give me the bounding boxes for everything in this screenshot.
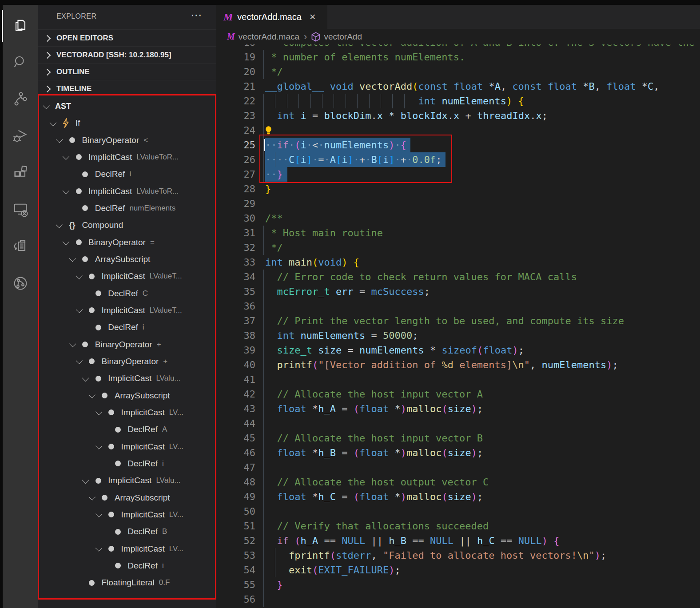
chevron-down-icon[interactable] bbox=[56, 221, 63, 228]
close-icon[interactable]: × bbox=[310, 11, 316, 23]
code-line-48[interactable]: 48 // Allocate the host output vector C bbox=[216, 475, 700, 489]
code-line-18[interactable]: 18 * computes the vector addition of A a… bbox=[216, 44, 700, 50]
chevron-down-icon[interactable] bbox=[95, 409, 102, 416]
code-line-28[interactable]: 28} bbox=[216, 182, 700, 196]
code-text: */ bbox=[265, 240, 283, 255]
code-line-40[interactable]: 40 printf("[Vector addition of %d elemen… bbox=[216, 358, 700, 372]
code-line-45[interactable]: 45 // Allocate the host input vector B bbox=[216, 431, 700, 445]
run-debug-icon[interactable] bbox=[3, 118, 38, 154]
code-line-44[interactable]: 44 bbox=[216, 416, 700, 431]
tab-label: vectorAdd.maca bbox=[237, 12, 302, 22]
sidebar-section-timeline[interactable]: TIMELINE bbox=[38, 80, 216, 97]
search-icon[interactable] bbox=[3, 44, 38, 80]
chevron-down-icon[interactable] bbox=[89, 391, 96, 398]
code-line-38[interactable]: 38 int numElements = 50000; bbox=[216, 328, 700, 343]
code-line-20[interactable]: 20 */ bbox=[216, 64, 700, 79]
code-line-39[interactable]: 39 size_t size = numElements * sizeof(fl… bbox=[216, 343, 700, 358]
chevron-down-icon[interactable] bbox=[82, 374, 89, 381]
code-line-56[interactable]: 56 bbox=[216, 592, 700, 607]
code-line-27[interactable]: 27··} bbox=[216, 167, 700, 182]
code-line-36[interactable]: 36 bbox=[216, 299, 700, 314]
chevron-down-icon[interactable] bbox=[69, 340, 76, 347]
chevron-down-icon[interactable] bbox=[56, 136, 63, 143]
line-number: 33 bbox=[216, 255, 255, 270]
ast-node-detail: i bbox=[162, 561, 164, 570]
ast-node-compound[interactable]: {}Compound bbox=[38, 217, 235, 234]
remote-explorer-icon[interactable] bbox=[3, 192, 38, 227]
code-line-26[interactable]: 26····C[i]·=·A[i]·+·B[i]·+·0.0f; bbox=[216, 152, 700, 167]
code-line-43[interactable]: 43 float *h_A = (float *)malloc(size); bbox=[216, 401, 700, 416]
doc-sync-icon[interactable] bbox=[3, 229, 38, 264]
source-control-icon[interactable] bbox=[3, 81, 38, 117]
ast-node-label: ImplicitCast bbox=[102, 271, 145, 281]
code-text: float *h_A = (float *)malloc(size); bbox=[265, 401, 483, 416]
chevron-down-icon[interactable] bbox=[95, 544, 102, 552]
tab-vectoradd-maca[interactable]: M vectorAdd.maca × bbox=[216, 5, 327, 29]
line-number: 39 bbox=[216, 343, 255, 358]
ast-node-dot-icon bbox=[75, 188, 83, 194]
code-line-50[interactable]: 50 bbox=[216, 504, 700, 519]
chevron-down-icon[interactable] bbox=[43, 102, 50, 109]
code-line-41[interactable]: 41 bbox=[216, 372, 700, 387]
code-line-35[interactable]: 35 mcError_t err = mcSuccess; bbox=[216, 284, 700, 299]
chevron-right-icon bbox=[44, 52, 51, 59]
code-line-53[interactable]: 53 fprintf(stderr, "Failed to allocate h… bbox=[216, 548, 700, 563]
code-line-30[interactable]: 30/** bbox=[216, 211, 700, 226]
code-editor[interactable]: 18 * computes the vector addition of A a… bbox=[216, 44, 700, 608]
ast-node-implicitcast-lvaluetor[interactable]: ImplicitCastLValueToR... bbox=[38, 183, 242, 200]
line-number: 19 bbox=[216, 50, 255, 64]
ast-node-implicitcast-lvaluetor[interactable]: ImplicitCastLValueToR... bbox=[38, 149, 242, 166]
ast-node-binaryoperator-[interactable]: BinaryOperator< bbox=[38, 132, 235, 149]
chevron-down-icon[interactable] bbox=[89, 493, 96, 501]
sidebar-section-vectoradd-ssh[interactable]: VECTORADD [SSH: 10.2.180.95] bbox=[38, 46, 216, 64]
code-line-51[interactable]: 51 // Verify that allocations succeeded bbox=[216, 519, 700, 533]
code-line-52[interactable]: 52 if (h_A == NULL || h_B == NULL || h_C… bbox=[216, 533, 700, 548]
ast-node-detail: LValueToR... bbox=[136, 153, 179, 162]
chevron-down-icon[interactable] bbox=[76, 306, 83, 314]
code-line-21[interactable]: 21__global__ void vectorAdd(const float … bbox=[216, 79, 700, 94]
ast-node-detail: = bbox=[150, 238, 155, 247]
line-number: 37 bbox=[216, 314, 255, 328]
line-number: 36 bbox=[216, 299, 255, 314]
breadcrumb-file[interactable]: vectorAdd.maca bbox=[239, 32, 299, 42]
code-line-33[interactable]: 33int main(void) { bbox=[216, 255, 700, 270]
chevron-down-icon[interactable] bbox=[76, 272, 83, 279]
code-line-29[interactable]: 29 bbox=[216, 196, 700, 211]
code-line-34[interactable]: 34 // Error code to check return values … bbox=[216, 270, 700, 284]
chevron-down-icon[interactable] bbox=[95, 511, 102, 518]
code-line-47[interactable]: 47 bbox=[216, 460, 700, 475]
chevron-down-icon[interactable] bbox=[76, 358, 83, 365]
ast-node-ast[interactable]: AST bbox=[38, 98, 223, 115]
chevron-down-icon[interactable] bbox=[49, 119, 56, 126]
code-line-22[interactable]: 22 int numElements) { bbox=[216, 94, 700, 108]
chevron-down-icon[interactable] bbox=[63, 187, 70, 194]
files-icon[interactable] bbox=[3, 8, 38, 43]
ast-node-label: ImplicitCast bbox=[102, 306, 145, 315]
breadcrumb-symbol[interactable]: vectorAdd bbox=[324, 32, 362, 42]
code-line-19[interactable]: 19 * number of elements numElements. bbox=[216, 50, 700, 64]
chevron-down-icon[interactable] bbox=[82, 477, 89, 484]
code-line-46[interactable]: 46 float *h_B = (float *)malloc(size); bbox=[216, 445, 700, 460]
code-line-42[interactable]: 42 // Allocate the host input vector A bbox=[216, 387, 700, 401]
code-line-23[interactable]: 23 int i = blockDim.x * blockIdx.x + thr… bbox=[216, 108, 700, 123]
extensions-icon[interactable] bbox=[3, 155, 38, 191]
circle-branch-icon[interactable] bbox=[3, 266, 38, 301]
ast-node-binaryoperator-[interactable]: BinaryOperator= bbox=[38, 234, 242, 251]
code-line-37[interactable]: 37 // Print the vector length to be used… bbox=[216, 314, 700, 328]
code-line-49[interactable]: 49 float *h_C = (float *)malloc(size); bbox=[216, 489, 700, 504]
sidebar-section-outline[interactable]: OUTLINE bbox=[38, 63, 216, 80]
code-line-25[interactable]: 25··if·(i·<·numElements)·{ bbox=[216, 138, 700, 152]
ast-node-if[interactable]: If bbox=[38, 115, 229, 131]
code-line-24[interactable]: 24 bbox=[216, 123, 700, 138]
code-line-55[interactable]: 55 } bbox=[216, 577, 700, 592]
chevron-down-icon[interactable] bbox=[69, 255, 76, 262]
chevron-down-icon[interactable] bbox=[63, 238, 70, 245]
code-line-32[interactable]: 32 */ bbox=[216, 240, 700, 255]
sidebar-section-open-editors[interactable]: OPEN EDITORS bbox=[38, 29, 216, 47]
chevron-down-icon[interactable] bbox=[63, 153, 70, 160]
code-line-54[interactable]: 54 exit(EXIT_FAILURE); bbox=[216, 563, 700, 577]
more-actions-icon[interactable]: ⋯ bbox=[191, 8, 203, 22]
code-line-31[interactable]: 31 * Host main routine bbox=[216, 226, 700, 240]
line-number: 52 bbox=[216, 533, 255, 548]
chevron-down-icon[interactable] bbox=[95, 442, 102, 449]
